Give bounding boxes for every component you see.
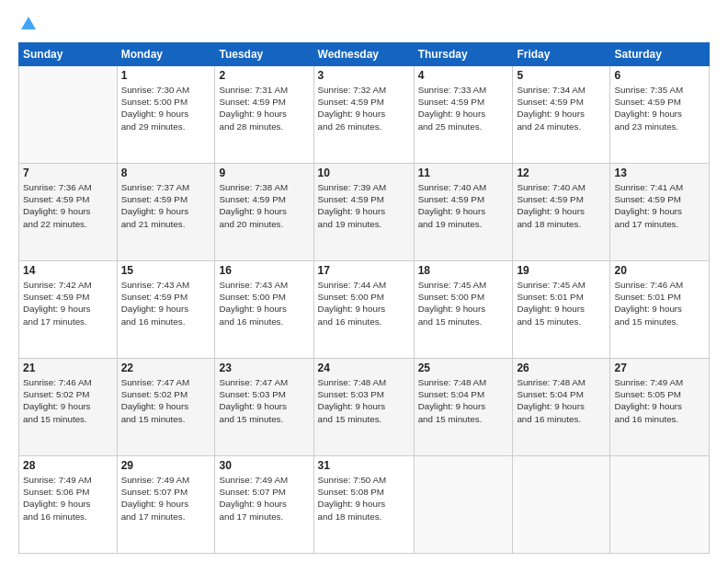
calendar-week-row: 1Sunrise: 7:30 AM Sunset: 5:00 PM Daylig… <box>19 66 710 164</box>
calendar-cell: 25Sunrise: 7:48 AM Sunset: 5:04 PM Dayli… <box>414 359 513 456</box>
day-info: Sunrise: 7:49 AM Sunset: 5:07 PM Dayligh… <box>219 474 309 523</box>
calendar-week-row: 21Sunrise: 7:46 AM Sunset: 5:02 PM Dayli… <box>19 359 710 456</box>
calendar-cell: 1Sunrise: 7:30 AM Sunset: 5:00 PM Daylig… <box>117 66 215 164</box>
day-number: 3 <box>318 69 410 82</box>
day-number: 29 <box>121 459 211 472</box>
day-number: 5 <box>517 69 606 82</box>
calendar-cell: 2Sunrise: 7:31 AM Sunset: 4:59 PM Daylig… <box>215 66 313 164</box>
day-info: Sunrise: 7:39 AM Sunset: 4:59 PM Dayligh… <box>318 181 410 230</box>
calendar-cell: 9Sunrise: 7:38 AM Sunset: 4:59 PM Daylig… <box>215 164 313 261</box>
day-info: Sunrise: 7:40 AM Sunset: 4:59 PM Dayligh… <box>517 181 606 230</box>
day-info: Sunrise: 7:43 AM Sunset: 5:00 PM Dayligh… <box>219 279 309 327</box>
weekday-header-monday: Monday <box>117 43 215 66</box>
day-number: 22 <box>121 362 211 374</box>
logo <box>18 17 36 33</box>
day-info: Sunrise: 7:30 AM Sunset: 5:00 PM Dayligh… <box>121 84 211 132</box>
day-info: Sunrise: 7:48 AM Sunset: 5:03 PM Dayligh… <box>318 376 410 425</box>
day-info: Sunrise: 7:32 AM Sunset: 4:59 PM Dayligh… <box>318 84 410 132</box>
day-info: Sunrise: 7:48 AM Sunset: 5:04 PM Dayligh… <box>517 376 606 425</box>
calendar-cell: 13Sunrise: 7:41 AM Sunset: 4:59 PM Dayli… <box>610 164 710 261</box>
day-info: Sunrise: 7:50 AM Sunset: 5:08 PM Dayligh… <box>318 474 410 523</box>
calendar-cell: 26Sunrise: 7:48 AM Sunset: 5:04 PM Dayli… <box>513 359 610 456</box>
calendar-cell: 7Sunrise: 7:36 AM Sunset: 4:59 PM Daylig… <box>19 164 118 261</box>
calendar-cell: 20Sunrise: 7:46 AM Sunset: 5:01 PM Dayli… <box>610 261 710 359</box>
logo-icon <box>21 17 36 29</box>
day-number: 28 <box>23 459 113 472</box>
day-number: 27 <box>614 362 705 374</box>
day-info: Sunrise: 7:43 AM Sunset: 4:59 PM Dayligh… <box>121 279 211 327</box>
calendar-cell <box>414 456 513 554</box>
day-number: 17 <box>318 264 410 277</box>
day-number: 26 <box>517 362 606 374</box>
day-info: Sunrise: 7:31 AM Sunset: 4:59 PM Dayligh… <box>219 84 309 132</box>
day-number: 25 <box>418 362 509 374</box>
calendar-cell: 27Sunrise: 7:49 AM Sunset: 5:05 PM Dayli… <box>610 359 710 456</box>
calendar-cell: 3Sunrise: 7:32 AM Sunset: 4:59 PM Daylig… <box>313 66 414 164</box>
day-number: 19 <box>517 264 606 277</box>
day-info: Sunrise: 7:49 AM Sunset: 5:07 PM Dayligh… <box>121 474 211 523</box>
svg-marker-0 <box>21 17 36 29</box>
calendar-cell <box>513 456 610 554</box>
weekday-header-wednesday: Wednesday <box>313 43 414 66</box>
day-number: 31 <box>318 459 410 472</box>
day-number: 18 <box>418 264 509 277</box>
weekday-header-saturday: Saturday <box>610 43 710 66</box>
day-number: 30 <box>219 459 309 472</box>
calendar-cell: 18Sunrise: 7:45 AM Sunset: 5:00 PM Dayli… <box>414 261 513 359</box>
calendar-week-row: 28Sunrise: 7:49 AM Sunset: 5:06 PM Dayli… <box>19 456 710 554</box>
calendar-cell: 10Sunrise: 7:39 AM Sunset: 4:59 PM Dayli… <box>313 164 414 261</box>
calendar-cell: 31Sunrise: 7:50 AM Sunset: 5:08 PM Dayli… <box>313 456 414 554</box>
day-info: Sunrise: 7:47 AM Sunset: 5:02 PM Dayligh… <box>121 376 211 425</box>
day-info: Sunrise: 7:35 AM Sunset: 4:59 PM Dayligh… <box>614 84 705 132</box>
calendar-cell: 12Sunrise: 7:40 AM Sunset: 4:59 PM Dayli… <box>513 164 610 261</box>
day-number: 24 <box>318 362 410 374</box>
day-number: 8 <box>121 167 211 179</box>
day-info: Sunrise: 7:45 AM Sunset: 5:00 PM Dayligh… <box>418 279 509 327</box>
calendar-cell: 5Sunrise: 7:34 AM Sunset: 4:59 PM Daylig… <box>513 66 610 164</box>
day-info: Sunrise: 7:45 AM Sunset: 5:01 PM Dayligh… <box>517 279 606 327</box>
day-number: 1 <box>121 69 211 82</box>
day-info: Sunrise: 7:44 AM Sunset: 5:00 PM Dayligh… <box>318 279 410 327</box>
day-info: Sunrise: 7:46 AM Sunset: 5:02 PM Dayligh… <box>23 376 113 425</box>
calendar-cell: 16Sunrise: 7:43 AM Sunset: 5:00 PM Dayli… <box>215 261 313 359</box>
day-info: Sunrise: 7:49 AM Sunset: 5:05 PM Dayligh… <box>614 376 705 425</box>
day-number: 21 <box>23 362 113 374</box>
day-number: 15 <box>121 264 211 277</box>
day-number: 20 <box>614 264 705 277</box>
day-number: 11 <box>418 167 509 179</box>
calendar-cell: 6Sunrise: 7:35 AM Sunset: 4:59 PM Daylig… <box>610 66 710 164</box>
day-number: 4 <box>418 69 509 82</box>
weekday-header-thursday: Thursday <box>414 43 513 66</box>
page: SundayMondayTuesdayWednesdayThursdayFrid… <box>0 0 728 563</box>
calendar-cell: 23Sunrise: 7:47 AM Sunset: 5:03 PM Dayli… <box>215 359 313 456</box>
calendar-week-row: 7Sunrise: 7:36 AM Sunset: 4:59 PM Daylig… <box>19 164 710 261</box>
day-info: Sunrise: 7:42 AM Sunset: 4:59 PM Dayligh… <box>23 279 113 327</box>
day-number: 13 <box>614 167 705 179</box>
calendar-cell <box>19 66 118 164</box>
day-number: 9 <box>219 167 309 179</box>
day-info: Sunrise: 7:40 AM Sunset: 4:59 PM Dayligh… <box>418 181 509 230</box>
day-number: 2 <box>219 69 309 82</box>
day-info: Sunrise: 7:36 AM Sunset: 4:59 PM Dayligh… <box>23 181 113 230</box>
day-number: 23 <box>219 362 309 374</box>
calendar-cell: 15Sunrise: 7:43 AM Sunset: 4:59 PM Dayli… <box>117 261 215 359</box>
day-info: Sunrise: 7:37 AM Sunset: 4:59 PM Dayligh… <box>121 181 211 230</box>
calendar-cell: 17Sunrise: 7:44 AM Sunset: 5:00 PM Dayli… <box>313 261 414 359</box>
weekday-header-row: SundayMondayTuesdayWednesdayThursdayFrid… <box>19 43 710 66</box>
day-info: Sunrise: 7:41 AM Sunset: 4:59 PM Dayligh… <box>614 181 705 230</box>
day-number: 7 <box>23 167 113 179</box>
day-number: 6 <box>614 69 705 82</box>
calendar-cell: 21Sunrise: 7:46 AM Sunset: 5:02 PM Dayli… <box>19 359 118 456</box>
calendar-table: SundayMondayTuesdayWednesdayThursdayFrid… <box>18 42 710 554</box>
day-number: 12 <box>517 167 606 179</box>
calendar-cell: 29Sunrise: 7:49 AM Sunset: 5:07 PM Dayli… <box>117 456 215 554</box>
calendar-week-row: 14Sunrise: 7:42 AM Sunset: 4:59 PM Dayli… <box>19 261 710 359</box>
weekday-header-friday: Friday <box>513 43 610 66</box>
weekday-header-sunday: Sunday <box>19 43 118 66</box>
day-number: 10 <box>318 167 410 179</box>
calendar-cell: 22Sunrise: 7:47 AM Sunset: 5:02 PM Dayli… <box>117 359 215 456</box>
weekday-header-tuesday: Tuesday <box>215 43 313 66</box>
day-info: Sunrise: 7:47 AM Sunset: 5:03 PM Dayligh… <box>219 376 309 425</box>
calendar-cell: 11Sunrise: 7:40 AM Sunset: 4:59 PM Dayli… <box>414 164 513 261</box>
day-info: Sunrise: 7:46 AM Sunset: 5:01 PM Dayligh… <box>614 279 705 327</box>
